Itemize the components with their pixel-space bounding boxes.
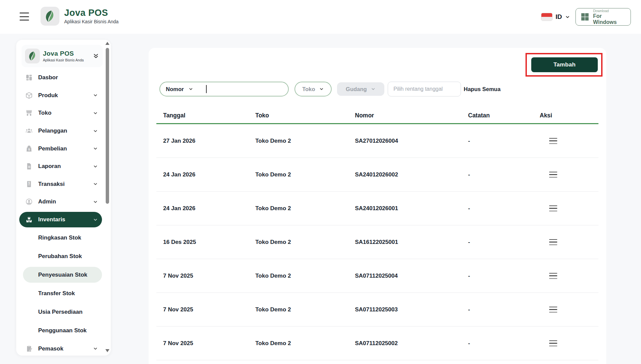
sidebar-item-toko[interactable]: Toko <box>16 104 111 122</box>
row-actions-menu-icon[interactable] <box>549 138 557 144</box>
row-actions-menu-icon[interactable] <box>549 205 557 212</box>
sidebar-brand-name: Jova POS <box>43 50 84 57</box>
row-actions-menu-icon[interactable] <box>549 307 557 313</box>
sidebar-item-pemasok[interactable]: Pemasok <box>16 340 111 358</box>
report-document-icon <box>25 163 33 170</box>
cell-tanggal: 27 Jan 2026 <box>163 138 255 144</box>
sidebar-item-transaksi[interactable]: $ Transaksi <box>16 175 111 193</box>
table-row: 7 Nov 2025 Toko Demo 2 SA07112025002 - <box>156 327 598 360</box>
sidebar-collapse-icon[interactable] <box>93 53 99 59</box>
sidebar-subitem-label: Ringkasan Stok <box>38 234 81 241</box>
sidebar-subitem-ringkasan-stok[interactable]: Ringkasan Stok <box>16 228 111 247</box>
sidebar-subitem-perubahan-stok[interactable]: Perubahan Stok <box>16 247 111 265</box>
chevron-down-icon <box>93 129 98 134</box>
row-actions-menu-icon[interactable] <box>549 340 557 346</box>
sidebar-item-inventaris[interactable]: Inventaris <box>16 211 111 229</box>
cell-catatan: - <box>468 306 540 313</box>
windows-logo-icon <box>581 12 589 21</box>
column-header-toko: Toko <box>255 112 355 119</box>
cell-catatan: - <box>468 205 540 212</box>
cell-nomor: SA07112025002 <box>355 340 468 347</box>
cell-toko: Toko Demo 2 <box>255 273 355 279</box>
top-header: Jova POS Aplikasi Kasir Bisnis Anda ID D… <box>0 0 641 34</box>
row-actions-menu-icon[interactable] <box>549 172 557 178</box>
chevron-down-icon <box>319 87 324 91</box>
table-header-row: TanggalTokoNomorCatatanAksi <box>156 108 598 124</box>
sidebar-brand-tagline: Aplikasi Kasir Bisnis Anda <box>43 58 84 62</box>
svg-text:$: $ <box>28 181 30 185</box>
cell-tanggal: 7 Nov 2025 <box>163 340 255 347</box>
column-header-aksi: Aksi <box>540 112 598 119</box>
sidebar-item-dasbor[interactable]: Dasbor <box>16 69 111 87</box>
sidebar-item-label: Transaksi <box>38 181 65 188</box>
store-icon <box>25 109 33 117</box>
cell-toko: Toko Demo 2 <box>255 239 355 246</box>
add-button[interactable]: Tambah <box>531 57 598 72</box>
transaction-receipt-icon: $ <box>25 180 33 188</box>
sidebar-subitem-label: Penyesuaian Stok <box>38 272 87 278</box>
sidebar-subitem-penggunaan-stok[interactable]: Penggunaan Stok <box>16 321 111 340</box>
svg-text:$: $ <box>28 148 30 151</box>
scroll-up-arrow-icon[interactable] <box>105 42 109 45</box>
table-row: 27 Jan 2026 Toko Demo 2 SA27012026004 - <box>156 124 598 158</box>
dashboard-icon <box>25 74 33 81</box>
product-box-icon <box>25 92 33 99</box>
customers-icon <box>25 127 33 135</box>
cell-catatan: - <box>468 171 540 178</box>
table-row: 24 Jan 2026 Toko Demo 2 SA24012026002 - <box>156 158 598 192</box>
search-field-dropdown[interactable]: Nomor <box>160 86 193 92</box>
sidebar-menu: Dasbor Produk Toko Pelanggan $ Pembelian… <box>16 69 111 358</box>
scrollbar-thumb[interactable] <box>106 48 109 204</box>
adjustments-table: TanggalTokoNomorCatatanAksi 27 Jan 2026 … <box>156 108 598 360</box>
cell-toko: Toko Demo 2 <box>255 138 355 144</box>
sidebar-item-admin[interactable]: Admin <box>16 193 111 211</box>
store-filter-dropdown[interactable]: Toko <box>294 82 332 96</box>
chevron-down-icon <box>93 346 98 351</box>
sidebar-item-label: Laporan <box>38 163 61 170</box>
search-input[interactable] <box>207 82 288 96</box>
clear-all-button[interactable]: Hapus Semua <box>464 82 501 96</box>
sidebar-item-pembelian[interactable]: $ Pembelian <box>16 140 111 158</box>
leaf-logo-icon <box>41 7 59 26</box>
sidebar-subitem-usia-persediaan[interactable]: Usia Persediaan <box>16 303 111 321</box>
row-actions-menu-icon[interactable] <box>549 239 557 245</box>
cell-tanggal: 24 Jan 2026 <box>163 171 255 178</box>
date-range-input[interactable] <box>388 82 461 96</box>
cell-catatan: - <box>468 273 540 279</box>
leaf-logo-icon <box>25 49 40 63</box>
download-label: For Windows <box>593 13 626 25</box>
download-windows-button[interactable]: Download For Windows <box>575 8 631 26</box>
chevron-down-icon <box>93 164 98 169</box>
cell-catatan: - <box>468 239 540 246</box>
purchase-bag-icon: $ <box>25 145 33 152</box>
table-row: 7 Nov 2025 Toko Demo 2 SA07112025003 - <box>156 293 598 327</box>
warehouse-filter-dropdown-disabled: Gudang <box>337 82 384 96</box>
cell-nomor: SA16122025001 <box>355 239 468 246</box>
download-label-small: Download <box>593 9 626 13</box>
column-header-nomor: Nomor <box>355 112 468 119</box>
cell-nomor: SA07112025003 <box>355 306 468 313</box>
column-header-tanggal: Tanggal <box>163 112 255 119</box>
sidebar-item-label: Dasbor <box>38 74 58 81</box>
scroll-down-arrow-icon[interactable] <box>105 349 109 352</box>
indonesia-flag-icon <box>541 13 553 21</box>
sidebar-item-laporan[interactable]: Laporan <box>16 158 111 175</box>
hamburger-menu-icon[interactable] <box>20 12 29 21</box>
chevron-down-icon <box>93 199 98 204</box>
chevron-down-icon <box>188 87 193 91</box>
sidebar-item-produk[interactable]: Produk <box>16 87 111 105</box>
language-code: ID <box>556 13 562 21</box>
sidebar: Jova POS Aplikasi Kasir Bisnis Anda Dasb… <box>16 40 111 356</box>
search-field-label: Nomor <box>166 86 184 92</box>
sidebar-scrollbar[interactable] <box>105 41 110 353</box>
admin-user-icon <box>25 198 33 205</box>
sidebar-subitem-transfer-stok[interactable]: Transfer Stok <box>16 284 111 303</box>
content-card: Tambah Nomor Toko Gudang Hapus Semua <box>149 48 606 364</box>
sidebar-item-label: Admin <box>38 198 56 205</box>
column-header-catatan: Catatan <box>468 112 540 119</box>
sidebar-subitem-penyesuaian-stok[interactable]: Penyesuaian Stok <box>16 265 111 284</box>
app-root: Jova POS Aplikasi Kasir Bisnis Anda ID D… <box>0 0 641 364</box>
language-selector[interactable]: ID <box>541 13 570 21</box>
sidebar-item-pelanggan[interactable]: Pelanggan <box>16 122 111 140</box>
row-actions-menu-icon[interactable] <box>549 273 557 279</box>
